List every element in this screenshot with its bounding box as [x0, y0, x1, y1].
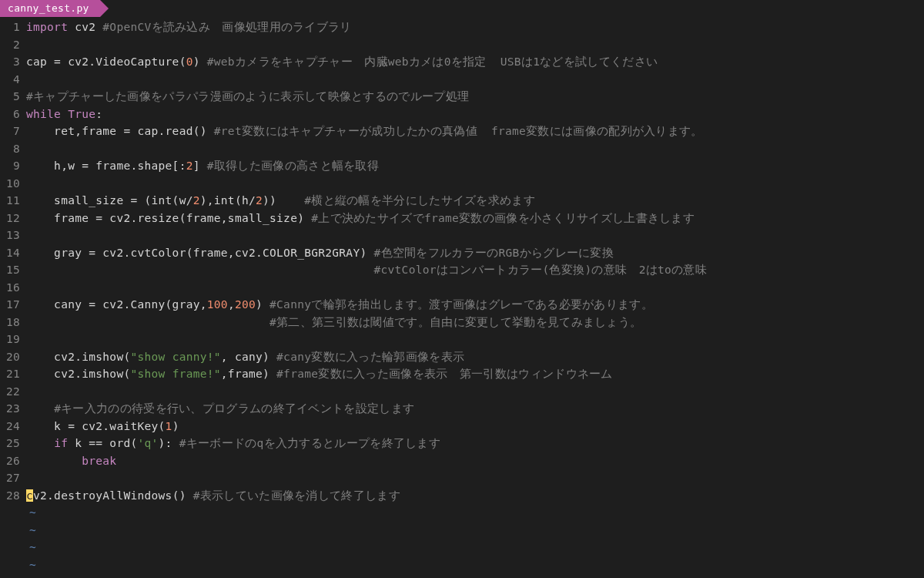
code-line[interactable]: h,w = frame.shape[:2] #取得した画像の高さと幅を取得 [26, 157, 924, 175]
code-line[interactable]: import cv2 #OpenCVを読み込み 画像処理用のライブラリ [26, 18, 924, 36]
code-line[interactable]: ret,frame = cap.read() #ret変数にはキャプチャーが成功… [26, 123, 924, 140]
tab-filename: canny_test.py [8, 1, 89, 16]
tab-bar: canny_test.py [0, 0, 924, 17]
code-line[interactable] [26, 227, 924, 244]
code-line[interactable] [26, 140, 924, 158]
line-number: 9 [0, 157, 20, 175]
line-number: 6 [0, 106, 20, 123]
line-number: 25 [0, 435, 20, 452]
line-number-gutter: 1234567891011121314151617181920212223242… [0, 18, 26, 578]
empty-line-tilde: ~ [26, 556, 924, 574]
line-number: 11 [0, 192, 20, 210]
code-line[interactable] [26, 331, 924, 348]
editor-area[interactable]: 1234567891011121314151617181920212223242… [0, 17, 924, 578]
code-line[interactable]: #キャプチャーした画像をパラパラ漫画のように表示して映像とするのでループ処理 [26, 88, 924, 106]
line-number: 7 [0, 123, 20, 140]
line-number: 28 [0, 487, 20, 505]
line-number: 16 [0, 279, 20, 297]
line-number: 8 [0, 140, 20, 158]
code-line[interactable]: cap = cv2.VideoCapture(0) #webカメラをキャプチャー… [26, 53, 924, 71]
line-number: 24 [0, 418, 20, 435]
line-number: 12 [0, 210, 20, 227]
line-number: 14 [0, 244, 20, 262]
code-line[interactable]: if k == ord('q'): #キーボードのqを入力するとループを終了しま… [26, 435, 924, 452]
code-line[interactable] [26, 279, 924, 297]
code-line[interactable]: cany = cv2.Canny(gray,100,200) #Cannyで輪郭… [26, 296, 924, 314]
empty-line-tilde: ~ [26, 504, 924, 522]
line-number: 10 [0, 175, 20, 193]
code-line[interactable]: k = cv2.waitKey(1) [26, 418, 924, 435]
line-number: 13 [0, 227, 20, 244]
code-line[interactable]: break [26, 452, 924, 470]
line-number: 27 [0, 469, 20, 487]
line-number: 20 [0, 348, 20, 366]
code-line[interactable] [26, 71, 924, 89]
line-number: 2 [0, 36, 20, 54]
code-content[interactable]: import cv2 #OpenCVを読み込み 画像処理用のライブラリcap =… [26, 18, 924, 578]
code-line[interactable]: #cvtColorはコンバートカラー(色変換)の意味 2はtoの意味 [26, 261, 924, 279]
line-number: 1 [0, 18, 20, 36]
code-line[interactable]: #第二、第三引数は閾値です。自由に変更して挙動を見てみましょう。 [26, 314, 924, 331]
code-line[interactable]: frame = cv2.resize(frame,small_size) #上で… [26, 210, 924, 227]
code-line[interactable]: while True: [26, 106, 924, 123]
code-line[interactable] [26, 469, 924, 487]
line-number: 15 [0, 261, 20, 279]
empty-line-tilde: ~ [26, 522, 924, 539]
line-number: 23 [0, 400, 20, 418]
line-number: 17 [0, 296, 20, 314]
line-number: 19 [0, 331, 20, 348]
code-line[interactable]: cv2.destroyAllWindows() #表示していた画像を消して終了し… [26, 487, 924, 505]
code-line[interactable]: cv2.imshow("show frame!",frame) #frame変数… [26, 365, 924, 383]
line-number: 21 [0, 365, 20, 383]
code-line[interactable]: gray = cv2.cvtColor(frame,cv2.COLOR_BGR2… [26, 244, 924, 262]
empty-line-tilde: ~ [26, 539, 924, 556]
code-line[interactable] [26, 383, 924, 401]
line-number: 22 [0, 383, 20, 401]
code-line[interactable]: small_size = (int(w/2),int(h/2)) #横と縦の幅を… [26, 192, 924, 210]
file-tab[interactable]: canny_test.py [0, 0, 100, 17]
line-number: 3 [0, 53, 20, 71]
code-line[interactable]: cv2.imshow("show canny!", cany) #cany変数に… [26, 348, 924, 366]
code-line[interactable] [26, 36, 924, 54]
line-number: 26 [0, 452, 20, 470]
line-number: 18 [0, 314, 20, 331]
code-line[interactable]: #キー入力のの待受を行い、プログラムの終了イベントを設定します [26, 400, 924, 418]
line-number: 5 [0, 88, 20, 106]
empty-line-tilde: ~ [26, 573, 924, 578]
line-number: 4 [0, 71, 20, 89]
code-line[interactable] [26, 175, 924, 193]
